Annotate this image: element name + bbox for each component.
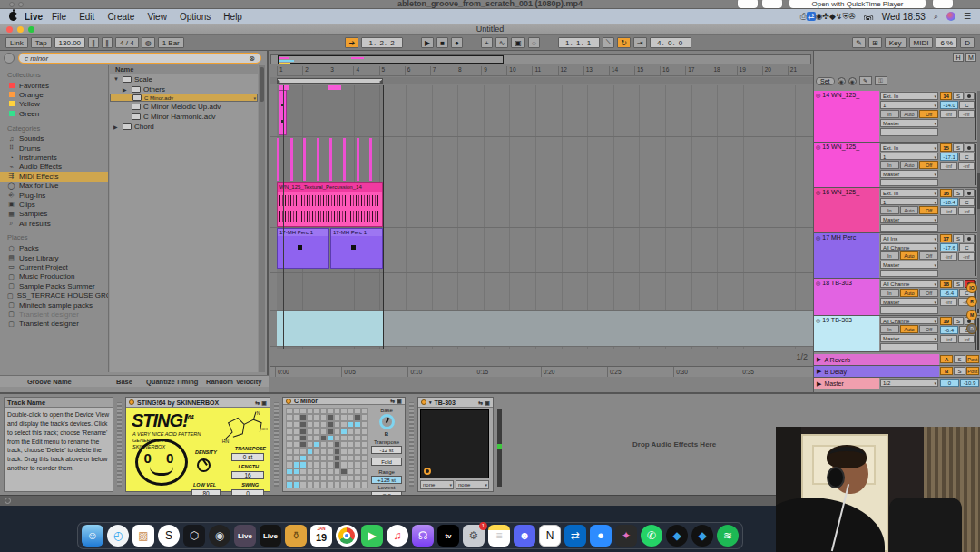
input-type-select[interactable]: All Channe [880,280,938,288]
dock-splice[interactable]: S [158,525,180,547]
range-field[interactable]: +128 st [371,476,402,484]
device-on-toggle[interactable] [421,399,426,405]
input-channel-select[interactable]: All Channe [880,243,938,251]
groove-quantize-header[interactable]: Quantize [146,378,176,386]
punch-in-button[interactable]: ⟍ [603,37,615,48]
open-with-quicktime-button[interactable]: Open with QuickTime Player [789,0,926,8]
volume-field[interactable]: -6.4 [940,289,958,297]
fold-device-icon[interactable]: ▾ [429,399,432,405]
track-name-block[interactable]: ◎ 18 TB-303 [814,279,879,315]
return-name-block[interactable]: ▶ B Delay [814,366,939,377]
master-name-block[interactable]: ▶ Master [814,378,879,389]
folder-arrow-icon[interactable]: ▶ [122,86,129,93]
transpose-field[interactable]: 0 st [231,453,264,461]
dock-apple-tv[interactable]: tv [437,525,459,547]
sting-device[interactable]: STING!64 by SKINNERBOX ⇆▣ STING!64 A VER… [125,397,270,492]
groove-velocity-header[interactable]: Velocity [236,378,266,386]
dock-live-11[interactable]: Live [260,525,281,547]
volume-field[interactable]: -14.0 [940,101,958,109]
clip-track15-hits[interactable] [277,138,383,181]
lock-envelopes-button[interactable]: ⚿ [875,76,887,85]
sting-titlebar[interactable]: STING!64 by SKINNERBOX ⇆▣ [126,398,270,408]
folder-arrow-icon[interactable]: ▶ [113,123,120,130]
dock-discord[interactable]: ☻ [514,525,535,547]
file-row[interactable]: ▶ Others [110,84,258,94]
monitor-off-button[interactable]: Off [919,289,938,297]
save-preset-icon[interactable]: ▣ [485,399,490,406]
dock-plugin-a[interactable]: ◆ [666,525,688,547]
track-name-block[interactable]: ◎ 14 WN_125_ [814,91,879,142]
dock-spotify[interactable]: ≋ [717,525,739,547]
menu-create[interactable]: Create [107,12,134,22]
solo-button[interactable]: S [953,92,963,100]
monitor-off-button[interactable]: Off [919,161,938,169]
output-select[interactable]: Master [880,298,938,306]
dock-whatsapp[interactable]: ✆ [641,525,662,547]
volume-field[interactable]: -18.4 [940,198,958,206]
track-name-block[interactable]: ◎ 15 WN_125_ [814,143,879,187]
scale-titlebar[interactable]: C Minor ⇆▣ [283,398,405,405]
file-row[interactable]: C Minor Melodic Up.adv [110,102,258,112]
siri-icon[interactable] [946,12,956,21]
output-select[interactable]: Master [880,334,938,341]
send-b-field[interactable]: -inf [958,207,975,215]
pan-field[interactable]: C [959,153,975,161]
pan-field[interactable]: C [959,243,975,251]
send-a-field[interactable]: -inf [940,162,957,170]
menu-file[interactable]: File [52,12,66,22]
send-a-field[interactable]: -inf [940,298,957,306]
map-select-1[interactable]: none [420,480,454,489]
place-item[interactable]: ▢ Transient designer [0,320,108,329]
monitor-off-button[interactable]: Off [919,206,938,214]
output-select[interactable]: Master [880,170,938,178]
dock-system-preferences[interactable]: ⚙ 1 [463,525,485,547]
place-item[interactable]: ▢ Minitech sample packs [0,301,108,310]
tb303-titlebar[interactable]: ▾ TB-303 ⇆▣ [418,398,493,408]
add-locator-button[interactable]: ◉ [838,77,846,85]
cue-volume-field[interactable]: 0 [940,379,959,387]
category-item[interactable]: ⌁ Audio Effects [0,163,108,172]
send-b-field[interactable]: -inf [958,162,975,170]
device-on-toggle[interactable] [286,399,291,404]
send-a-field[interactable]: -inf [940,335,957,343]
file-row[interactable]: C Minor Harmonic.adv [110,112,258,122]
hot-swap-icon[interactable]: ⇆ [478,399,483,406]
nudge-up-button[interactable]: ∥ [102,37,113,48]
input-type-select[interactable]: Ext. In [880,92,938,100]
density-knob[interactable] [197,458,211,472]
dock-teamviewer[interactable]: ⇄ [564,525,586,547]
monitor-in-button[interactable]: In [880,289,899,297]
time-ruler[interactable]: 0:000:050:100:150:200:250:300:35 [270,366,813,377]
return-track-header[interactable]: ▶ B Delay B S Post [814,366,980,378]
category-item[interactable]: ♫ Sounds [0,134,108,143]
volume-field[interactable]: -17.6 [940,243,958,251]
notification-app-icon[interactable]: ✣ [822,12,829,21]
category-item[interactable]: ▣ Clips [0,200,108,209]
lane-track19-tail[interactable] [383,310,813,346]
menu-edit[interactable]: Edit [79,12,94,22]
punch-in-field[interactable]: 1. 1. 1 [558,37,600,48]
hot-swap-icon[interactable]: ⇆ [390,398,395,404]
unfold-track-icon[interactable]: ◎ [816,189,820,232]
monitor-auto-button[interactable]: Auto [900,161,919,169]
capture-midi-button[interactable]: ∿ [495,37,509,48]
tb303-device[interactable]: ▾ TB-303 ⇆▣ none none [417,397,494,492]
length-field[interactable]: 16 [231,471,264,479]
monitor-off-button[interactable]: Off [919,251,938,260]
unfold-track-icon[interactable]: ◎ [816,234,820,277]
lane-track17[interactable]: 17-MH Perc 1 17-MH Perc 1 [270,228,813,273]
category-item[interactable]: ⎆ Plug-Ins [0,191,108,200]
track-activator[interactable]: 17 [940,234,952,242]
tempo-field[interactable]: 130.00 [54,37,85,48]
computer-midi-keyboard-button[interactable]: ⊞ [868,37,882,48]
arm-button[interactable] [965,143,975,152]
bg-window-button2[interactable] [762,0,782,8]
track-activator[interactable]: 19 [940,317,952,325]
follow-button[interactable]: ➔ [345,37,358,48]
place-item[interactable]: ▢ Sample Packs Summer [0,281,108,291]
device-on-toggle[interactable] [129,399,134,405]
lane-track19[interactable] [270,310,813,347]
clip-track17-a[interactable]: 17-MH Perc 1 [277,228,329,269]
clip-track17-b[interactable]: 17-MH Perc 1 [330,228,383,269]
arm-button[interactable] [965,234,975,242]
